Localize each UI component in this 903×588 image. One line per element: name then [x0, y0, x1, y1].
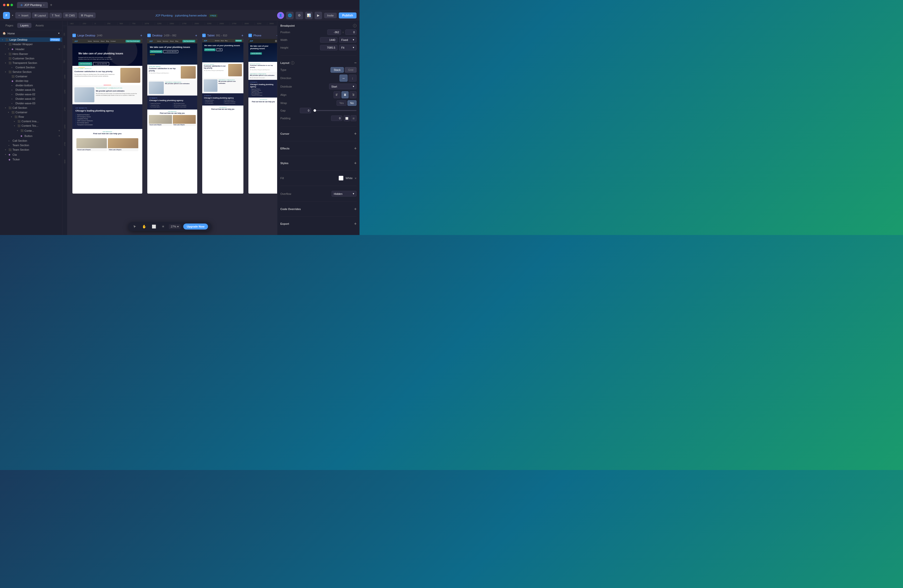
width-unit-dropdown[interactable]: Fixed ▾	[339, 37, 357, 43]
maximize-dot[interactable]	[11, 4, 13, 6]
frame-play-icon-phone[interactable]: ▶	[249, 34, 252, 37]
new-tab-btn[interactable]: +	[49, 2, 53, 8]
height-unit-dropdown[interactable]: Fit ▾	[339, 45, 357, 50]
play-icon-btn[interactable]: ▶	[315, 12, 322, 19]
frame-add-btn-desktop[interactable]: +	[195, 33, 197, 38]
height-input[interactable]	[320, 45, 338, 50]
breakpoint-info-icon[interactable]: i	[353, 24, 357, 27]
cta-btn-d2[interactable]: 📞 Call 312-283-6700	[163, 50, 178, 53]
add-icon[interactable]: +	[58, 129, 60, 132]
layout-info-icon[interactable]: i	[291, 61, 294, 64]
layer-team-section-1[interactable]: ▪ Team Section	[0, 143, 62, 147]
cta-btn-p[interactable]: Call 312-283-6700	[250, 52, 262, 55]
layer-content-img[interactable]: ▸ ⬛ Content Ima...	[0, 119, 62, 124]
add-icon[interactable]: +	[58, 153, 60, 157]
layer-service-section[interactable]: ▾ ⬛ Service Section	[0, 70, 62, 74]
layer-large-desktop[interactable]: ▾ ⬛ Large Desktop Primary	[0, 38, 62, 42]
add-icon[interactable]: +	[58, 47, 60, 51]
close-dot[interactable]	[3, 4, 5, 6]
distribute-dropdown[interactable]: Start ▾	[329, 83, 357, 89]
layer-customer-section[interactable]: ⬛ Customer Section	[0, 56, 62, 61]
padding-input[interactable]	[331, 116, 342, 121]
layer-divider-wave-03[interactable]: ▪ Divider-wave-03	[0, 101, 62, 105]
dropdown-arrow[interactable]: ▾	[11, 14, 14, 17]
layer-header[interactable]: ▾ ◆ Header +	[0, 46, 62, 52]
canvas-scroll[interactable]: ▶ Large Desktop 1440 + JCP	[68, 26, 277, 235]
layer-divider-wave-02a[interactable]: ▪ Divider-wave-02	[0, 92, 62, 97]
zoom-value[interactable]: 27% ▾	[169, 224, 181, 229]
plugins-btn[interactable]: ⊞ Plugins	[79, 13, 96, 18]
styles-plus-icon[interactable]: +	[354, 161, 357, 165]
layer-call-section-2[interactable]: ▪ Call Section	[0, 138, 62, 143]
cursor-plus-icon[interactable]: +	[354, 132, 357, 136]
pan-tool-btn[interactable]: ✋	[140, 224, 148, 229]
layout-minus-icon[interactable]: −	[354, 61, 357, 65]
analytics-icon-btn[interactable]: 📊	[305, 12, 313, 19]
wrap-no-btn[interactable]: No	[348, 100, 357, 106]
layer-divider-wave-01[interactable]: ▪ Divider-wave-01	[0, 88, 62, 92]
gap-input[interactable]	[300, 108, 311, 113]
padding-individual-icon[interactable]: ⊞	[351, 115, 357, 121]
settings-icon-btn[interactable]: ⚙	[296, 12, 303, 19]
layer-ticker[interactable]: ◆ Ticker	[0, 157, 62, 162]
cms-btn[interactable]: ⊟ CMS	[63, 13, 77, 18]
layer-call-section-1[interactable]: ▾ ⬛ Call Section	[0, 105, 62, 110]
layer-content-section[interactable]: ▪ Content Section	[0, 65, 62, 70]
user-avatar[interactable]: 👤	[277, 12, 284, 19]
layer-team-section-2[interactable]: ▾ ⬛ Team Section	[0, 147, 62, 152]
overflow-dropdown[interactable]: Hidden ▾	[332, 191, 357, 197]
tab-layers[interactable]: Layers	[17, 23, 31, 28]
layer-divider-wave-02b[interactable]: ▪ Divider-wave-02	[0, 97, 62, 101]
fill-color-swatch[interactable]	[338, 176, 343, 180]
invite-btn[interactable]: Invite	[324, 13, 337, 18]
add-icon[interactable]: +	[58, 134, 60, 138]
page-selector[interactable]: 🏠 Home ▾	[0, 30, 62, 36]
frame-tool-btn[interactable]: ⬜	[150, 224, 157, 229]
tab-assets[interactable]: Assets	[33, 23, 47, 28]
gap-slider-thumb[interactable]	[313, 109, 316, 112]
cursor-tool-btn[interactable]	[132, 224, 138, 229]
layer-conte[interactable]: ▾ ⬛ Conte... +	[0, 128, 62, 133]
align-center-btn[interactable]	[341, 91, 349, 98]
effects-plus-icon[interactable]: +	[354, 146, 357, 151]
position-x-input[interactable]	[327, 30, 341, 35]
active-tab[interactable]: ⚙ JCP Plumbing ×	[17, 2, 48, 8]
type-stack-btn[interactable]: Stack	[330, 67, 344, 72]
cta-btn-t2[interactable]: 📞 Call	[216, 49, 222, 51]
gap-slider[interactable]	[313, 110, 357, 111]
hero-btn-estimate[interactable]: Get Free Estimate	[79, 62, 92, 66]
layer-container-2[interactable]: ▾ ⬛ Container	[0, 110, 62, 114]
layer-hero-banner[interactable]: ▸ ⬛ Hero Banner	[0, 52, 62, 56]
frame-play-icon-desktop[interactable]: ▶	[147, 34, 151, 37]
cta-btn-d1[interactable]: Get Free Estimate	[150, 50, 162, 53]
align-right-btn[interactable]	[349, 91, 357, 98]
minimize-dot[interactable]	[7, 4, 9, 6]
dir-vertical-btn[interactable]: ↕	[349, 75, 357, 82]
layer-button[interactable]: ◆ Button +	[0, 133, 62, 138]
type-grid-btn[interactable]: Grid	[345, 67, 357, 72]
upgrade-btn[interactable]: Upgrade Now	[183, 224, 208, 229]
layer-cta[interactable]: ▾ ◆ Cta +	[0, 152, 62, 157]
cta-btn-t1[interactable]: Get Free Estimate	[204, 49, 216, 51]
frame-add-btn[interactable]: +	[140, 33, 142, 38]
dir-horizontal-btn[interactable]: ↔	[340, 75, 348, 82]
export-plus-icon[interactable]: +	[354, 221, 357, 226]
publish-btn[interactable]: Publish	[339, 13, 357, 19]
code-overrides-plus-icon[interactable]: +	[354, 207, 357, 211]
layout-btn[interactable]: ⊞ Layout	[32, 13, 49, 18]
layer-content-tex[interactable]: ▾ ⬛ Content Tex...	[0, 124, 62, 128]
tab-close-btn[interactable]: ×	[43, 4, 45, 6]
frame-add-btn-phone[interactable]: +	[276, 33, 277, 38]
frame-play-icon[interactable]: ▶	[72, 34, 76, 37]
position-y-input[interactable]	[345, 30, 357, 35]
fill-remove-btn[interactable]: ×	[354, 176, 357, 180]
sun-tool-btn[interactable]: ☀	[160, 224, 166, 229]
layer-row[interactable]: ▾ ⬛ Row	[0, 114, 62, 119]
align-left-btn[interactable]	[334, 91, 341, 98]
width-input[interactable]	[320, 37, 338, 43]
padding-all-icon[interactable]: ⬜	[344, 115, 350, 121]
layer-divider-top[interactable]: ◆ divider-top	[0, 78, 62, 83]
wrap-yes-btn[interactable]: Yes	[337, 100, 346, 106]
globe-icon-btn[interactable]: 🌐	[286, 12, 294, 19]
insert-btn[interactable]: ＋ Insert	[15, 12, 31, 19]
